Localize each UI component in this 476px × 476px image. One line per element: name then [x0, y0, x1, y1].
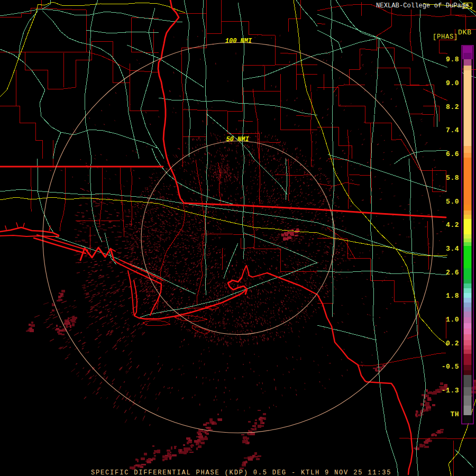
svg-text:-1.3: -1.3: [442, 387, 459, 395]
svg-text:8.2: 8.2: [446, 103, 459, 111]
svg-text:TH: TH: [450, 410, 459, 418]
svg-text:0.2: 0.2: [446, 340, 459, 347]
svg-text:2.6: 2.6: [446, 269, 459, 277]
svg-text:5.8: 5.8: [446, 174, 459, 182]
svg-text:1.8: 1.8: [446, 292, 459, 300]
svg-text:6.6: 6.6: [446, 150, 459, 158]
svg-text:[PHAS]: [PHAS]: [433, 33, 458, 41]
svg-text:-0.5: -0.5: [442, 363, 459, 371]
svg-text:100 NMI: 100 NMI: [225, 38, 252, 45]
svg-text:SPECIFIC DIFFERENTIAL PHASE (K: SPECIFIC DIFFERENTIAL PHASE (KDP) 0.5 DE…: [91, 469, 391, 476]
svg-text:50 NMI: 50 NMI: [226, 136, 249, 143]
svg-text:NEXLAB-College of DuPage: NEXLAB-College of DuPage: [376, 2, 469, 10]
svg-text:DKB: DKB: [458, 29, 472, 36]
svg-text:4.2: 4.2: [446, 221, 459, 229]
svg-text:1.0: 1.0: [446, 316, 459, 324]
svg-text:7.4: 7.4: [446, 126, 459, 134]
svg-text:9.8: 9.8: [446, 56, 459, 63]
svg-text:5.0: 5.0: [446, 198, 459, 206]
svg-text:9.0: 9.0: [446, 79, 459, 87]
svg-text:3.4: 3.4: [446, 245, 459, 253]
